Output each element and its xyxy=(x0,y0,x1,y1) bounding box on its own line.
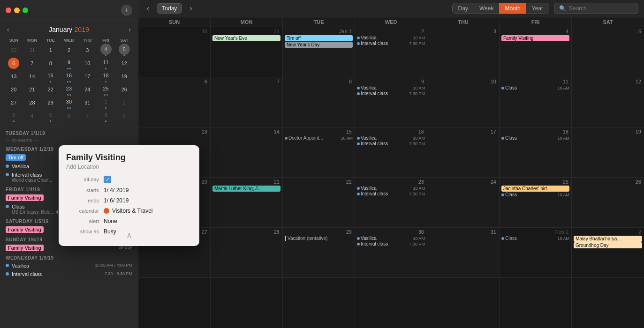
mini-day[interactable]: 25 xyxy=(100,83,112,94)
cal-cell-dec31[interactable]: 31 New Year's Eve xyxy=(211,27,283,77)
mini-day[interactable]: 27 xyxy=(8,97,19,108)
event-class-25[interactable]: Class10 AM xyxy=(501,192,569,197)
mini-day[interactable]: 11 xyxy=(100,57,112,68)
mini-day[interactable]: 2 xyxy=(119,97,130,108)
cal-cell-jan1[interactable]: Jan 1 Tim off New Year's Day xyxy=(283,27,355,77)
mini-day[interactable]: 7 xyxy=(26,58,38,69)
event-vasilica-2[interactable]: Vasilica10 AM xyxy=(357,35,425,40)
mini-day[interactable]: 17 xyxy=(82,71,93,82)
view-year-button[interactable]: Year xyxy=(526,3,549,14)
popup-calendar-value[interactable]: Visitors & Travel xyxy=(138,208,152,214)
cal-cell-jan14[interactable]: 14 xyxy=(211,127,283,177)
event-interval-9[interactable]: Interval class7:30 PM xyxy=(357,91,425,96)
cal-cell-jan19[interactable]: 19 xyxy=(572,127,644,177)
mini-day[interactable]: 22 xyxy=(45,84,56,95)
event-mlk[interactable]: Martin Luther King, J... xyxy=(212,186,280,192)
cal-cell-jan4[interactable]: 4 Family Visiting xyxy=(500,27,572,77)
minimize-button[interactable] xyxy=(14,7,20,13)
cal-cell-jan18[interactable]: 18 Class10 AM xyxy=(500,127,572,177)
cal-cell-jan11[interactable]: 11 Class10 AM xyxy=(500,77,572,127)
event-interval-23[interactable]: Interval class7:30 PM xyxy=(357,191,425,196)
event-vasilica-9[interactable]: Vasilica10 AM xyxy=(357,85,425,90)
cal-cell-dec30[interactable]: 30 xyxy=(138,27,211,77)
mini-day-today[interactable]: 6 xyxy=(8,58,19,69)
mini-day[interactable]: 5 xyxy=(45,109,56,120)
cal-cell-jan22[interactable]: 22 xyxy=(283,178,355,227)
cal-cell-jan29[interactable]: 29 Vacation (tentative) xyxy=(283,228,355,277)
event-doctor-15[interactable]: Doctor Appoint...10 AM xyxy=(285,135,353,141)
sidebar-event-vasilica9[interactable]: Vasilica 10:00 AM - 4:00 PM xyxy=(0,261,138,270)
sidebar-event-interval9[interactable]: Interval class 7:30 - 8:30 PM xyxy=(0,270,138,278)
cal-cell-jan24[interactable]: 24 xyxy=(427,178,500,227)
cal-cell-jan23[interactable]: 23 Vasilica10 AM Interval class7:30 PM xyxy=(355,178,427,227)
cal-cell-jan30[interactable]: 30 Vasilica10 AM Interval class7:30 PM xyxy=(355,228,427,277)
event-vasilica-30[interactable]: Vasilica10 AM xyxy=(357,236,425,241)
mini-day[interactable]: 3 xyxy=(82,45,93,56)
mini-prev-button[interactable]: ‹ xyxy=(5,25,12,34)
mini-day[interactable]: 1 xyxy=(100,96,112,107)
mini-day[interactable]: 9 xyxy=(63,57,75,68)
cal-cell-jan2[interactable]: 2 Vasilica10 AM Interval class7:30 PM xyxy=(355,27,427,77)
cal-cell-jan21[interactable]: 21 Martin Luther King, J... xyxy=(211,178,283,227)
next-button[interactable]: › xyxy=(187,3,195,14)
mini-day[interactable]: 31 xyxy=(82,97,93,108)
close-button[interactable] xyxy=(6,7,11,13)
mini-day[interactable]: 24 xyxy=(82,84,93,95)
cal-cell-jan6[interactable]: 6 xyxy=(138,77,211,127)
cal-cell-jan16[interactable]: 16 Vasilica10 AM Interval class7:30 PM xyxy=(355,127,427,177)
mini-day[interactable]: 30 xyxy=(63,96,75,107)
cal-cell-jan28[interactable]: 28 xyxy=(211,228,283,277)
family-visiting-popup[interactable]: Family Visiting Add Location all-day sta… xyxy=(138,145,199,246)
mini-day[interactable]: 21 xyxy=(26,84,38,95)
mini-day[interactable]: 10 xyxy=(82,58,93,69)
mini-day[interactable]: 12 xyxy=(119,58,130,69)
mini-day[interactable]: 20 xyxy=(8,84,19,95)
mini-day[interactable]: 6 xyxy=(63,110,75,121)
new-event-button[interactable]: + xyxy=(121,5,132,16)
event-nye[interactable]: New Year's Eve xyxy=(212,35,280,41)
mini-day[interactable]: 13 xyxy=(8,71,19,82)
event-timoff[interactable]: Tim off xyxy=(285,35,353,41)
mini-day[interactable]: 1 xyxy=(45,45,56,56)
prev-button[interactable]: ‹ xyxy=(144,3,152,14)
cal-cell-feb1[interactable]: Feb 1 Class10 AM xyxy=(500,228,572,277)
mini-day[interactable]: 23 xyxy=(63,83,75,94)
cal-cell-jan25[interactable]: 25 Jacintha Charles' birt... Class10 AM xyxy=(500,178,572,227)
mini-day[interactable]: 26 xyxy=(119,84,130,95)
cal-cell-jan8[interactable]: 8 xyxy=(283,77,355,127)
event-class-11[interactable]: Class10 AM xyxy=(501,85,569,90)
cal-cell-jan9[interactable]: 9 Vasilica10 AM Interval class7:30 PM xyxy=(355,77,427,127)
cal-cell-jan3[interactable]: 3 xyxy=(427,27,500,77)
cal-cell-jan5[interactable]: 5 xyxy=(572,27,644,77)
mini-day[interactable]: 7 xyxy=(82,110,93,121)
cal-cell-jan31[interactable]: 31 xyxy=(427,228,500,277)
event-vacation[interactable]: Vacation (tentative) xyxy=(285,236,353,241)
event-newyearday[interactable]: New Year's Day xyxy=(285,42,353,48)
mini-day[interactable]: 14 xyxy=(26,71,38,82)
cal-cell-jan12[interactable]: 12 xyxy=(572,77,644,127)
mini-day-4[interactable]: 4 xyxy=(100,44,112,55)
event-malay[interactable]: Malay Bhattacharya... xyxy=(574,236,642,242)
cal-cell-feb2[interactable]: 2 Malay Bhattacharya... Groundhog Day xyxy=(572,228,644,277)
mini-next-button[interactable]: › xyxy=(126,25,133,34)
cal-cell-jan7[interactable]: 7 xyxy=(211,77,283,127)
popup-add-location[interactable]: Add Location xyxy=(138,164,192,170)
mini-day[interactable]: 8 xyxy=(45,58,56,69)
cal-cell-jan26[interactable]: 26 xyxy=(572,178,644,227)
mini-day[interactable]: 30 xyxy=(8,45,19,56)
today-button[interactable]: Today xyxy=(157,3,182,14)
mini-day[interactable]: 16 xyxy=(63,70,75,81)
mini-day[interactable]: 2 xyxy=(63,45,75,56)
cal-cell-jan17[interactable]: 17 xyxy=(427,127,500,177)
mini-day[interactable]: 28 xyxy=(26,97,38,108)
event-family-4[interactable]: Family Visiting xyxy=(501,35,569,41)
event-interval-16[interactable]: Interval class7:30 PM xyxy=(357,141,425,146)
maximize-button[interactable] xyxy=(23,7,28,13)
view-week-button[interactable]: Week xyxy=(474,3,499,14)
mini-day[interactable]: 31 xyxy=(26,45,38,56)
mini-day[interactable]: 29 xyxy=(45,97,56,108)
event-class-feb1[interactable]: Class10 AM xyxy=(501,236,569,241)
view-month-button[interactable]: Month xyxy=(499,3,526,14)
mini-day[interactable]: 19 xyxy=(119,71,130,82)
mini-day[interactable]: 18 xyxy=(100,70,112,81)
